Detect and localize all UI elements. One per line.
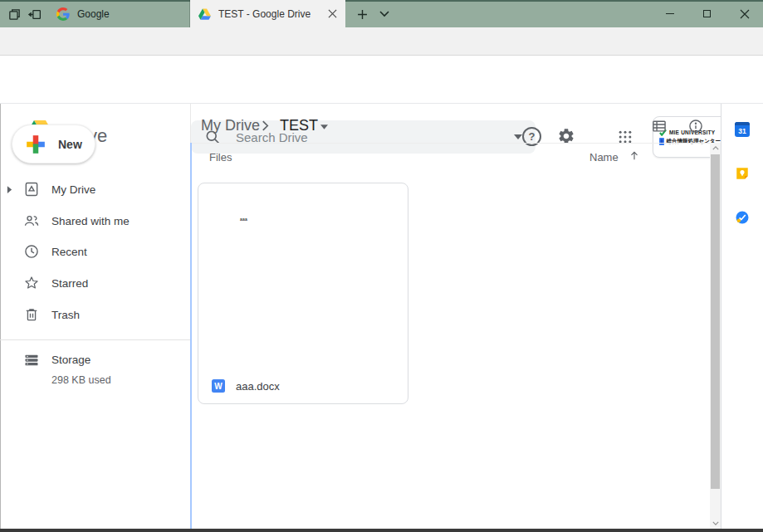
scroll-up-icon[interactable] <box>710 143 721 154</box>
sidebar-divider <box>0 339 191 340</box>
browser-window: Google TEST - Google Drive <box>0 0 763 532</box>
sort-by-name[interactable]: Name <box>589 151 619 164</box>
tab-label: Google <box>77 8 181 20</box>
new-tab-button[interactable] <box>352 4 372 24</box>
storage-label[interactable]: Storage <box>51 354 90 366</box>
file-preview-text: aaa <box>240 217 247 222</box>
google-keep-icon[interactable] <box>735 166 750 181</box>
minimize-button[interactable] <box>651 0 688 27</box>
trash-icon <box>23 306 40 323</box>
scroll-down-icon[interactable] <box>710 518 721 529</box>
drive-header: Drive ? MIE UNIVERSITY <box>0 56 763 104</box>
file-card[interactable]: aaa W aaa.docx <box>198 183 408 404</box>
list-view-toggle-icon[interactable] <box>651 118 668 134</box>
starred-icon <box>23 275 40 291</box>
content-scrollbar[interactable] <box>710 143 721 529</box>
drive-favicon-icon <box>198 8 211 20</box>
breadcrumb-chevron-icon <box>262 120 269 131</box>
tab-list-chevron-icon[interactable] <box>375 4 394 24</box>
google-tasks-icon[interactable] <box>735 210 750 225</box>
breadcrumb-current-folder[interactable]: TEST <box>280 117 318 134</box>
sidebar-item-label: Shared with me <box>51 215 130 227</box>
sidebar-item-label: Trash <box>51 309 80 321</box>
tab-preview-icon[interactable] <box>5 5 23 23</box>
minimize-icon <box>666 13 674 14</box>
multicolor-plus-icon <box>25 134 46 155</box>
google-favicon-icon <box>56 7 70 21</box>
sidebar-item-my-drive[interactable]: My Drive <box>0 173 191 205</box>
files-top-border <box>192 143 710 144</box>
center-logo-icon <box>659 138 664 145</box>
titlebar: Google TEST - Google Drive <box>0 0 763 27</box>
sidebar-item-label: Starred <box>51 277 88 290</box>
sidebar-item-starred[interactable]: Starred <box>0 267 191 299</box>
content-divider <box>190 104 191 143</box>
google-calendar-icon[interactable]: 31 <box>735 122 750 137</box>
expand-caret-icon[interactable] <box>7 186 13 193</box>
storage-used: 298 KB used <box>51 374 111 386</box>
calendar-date: 31 <box>735 125 750 137</box>
recent-icon <box>23 243 40 260</box>
tab-google[interactable]: Google <box>48 0 190 27</box>
folder-menu-caret-icon[interactable] <box>320 124 328 129</box>
file-caption: W aaa.docx <box>212 379 280 393</box>
sort-ascending-arrow-icon[interactable] <box>628 149 640 162</box>
word-glyph: W <box>214 382 222 391</box>
side-apps-panel: 31 <box>721 104 763 529</box>
browser-navbar: https://drive.google.com/drive/folders/1… <box>0 27 763 56</box>
close-icon <box>740 9 750 19</box>
search-options-caret-icon[interactable] <box>514 134 522 139</box>
tab-test-google-drive[interactable]: TEST - Google Drive <box>190 0 345 27</box>
tab-close-icon[interactable] <box>328 9 337 18</box>
maximize-icon <box>703 10 711 17</box>
shared-with-me-icon <box>23 212 40 229</box>
close-button[interactable] <box>726 0 763 27</box>
scrollbar-thumb[interactable] <box>711 154 720 489</box>
set-tabs-aside-icon[interactable] <box>26 5 44 23</box>
details-info-icon[interactable] <box>687 118 704 134</box>
my-drive-icon <box>23 181 40 198</box>
storage-icon <box>23 352 40 368</box>
sidebar-item-shared-with-me[interactable]: Shared with me <box>0 205 191 237</box>
sidebar-item-label: My Drive <box>51 183 95 196</box>
content-left-highlight <box>190 143 192 529</box>
new-button[interactable]: New <box>12 124 95 164</box>
file-name: aaa.docx <box>236 380 280 393</box>
tab-label: TEST - Google Drive <box>218 8 323 20</box>
sidebar-item-recent[interactable]: Recent <box>0 236 191 267</box>
sidebar-item-trash[interactable]: Trash <box>0 299 191 330</box>
maximize-button[interactable] <box>688 0 726 27</box>
word-file-icon: W <box>212 379 225 393</box>
files-section-label: Files <box>209 151 232 164</box>
help-icon: ? <box>529 130 536 143</box>
sidebar-item-label: Recent <box>51 246 87 258</box>
search-input[interactable] <box>236 130 514 144</box>
breadcrumb-my-drive[interactable]: My Drive <box>201 117 260 134</box>
new-button-label: New <box>58 138 82 151</box>
window-bottom-edge <box>0 529 763 532</box>
